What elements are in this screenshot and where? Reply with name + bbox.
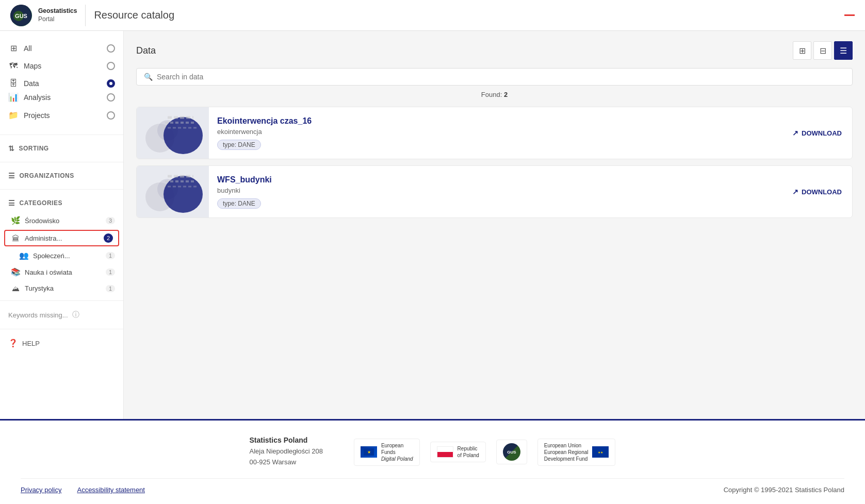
download-button-2[interactable]: ↗ DOWNLOAD [792, 188, 842, 196]
footer: Statistics Poland Aleja Niepodległości 2… [0, 419, 865, 504]
search-bar: 🔍 [136, 68, 853, 86]
view-list-button[interactable]: ☰ [834, 41, 853, 60]
divider-4 [0, 300, 123, 301]
database-icon: 🗄 [8, 79, 19, 88]
view-grid-large-button[interactable]: ⊞ [793, 41, 811, 60]
nav-radio-all[interactable] [107, 44, 115, 53]
nav-radio-data[interactable] [107, 79, 115, 88]
view-toggle: ⊞ ⊟ ☰ [793, 41, 853, 60]
sorting-icon: ⇅ [8, 144, 15, 153]
eu-funds-logo: ★ EuropeanFundsDigital Poland [354, 439, 420, 466]
eu-regional-logo: European UnionEuropean RegionalDevelopme… [537, 439, 616, 466]
info-icon[interactable]: ⓘ [72, 310, 79, 320]
category-spoleczens[interactable]: 👥 Społeczeń... 1 [0, 247, 123, 264]
footer-org: Statistics Poland Aleja Niepodległości 2… [250, 436, 323, 468]
card-thumbnail-2 [137, 166, 209, 217]
divider-2 [0, 162, 123, 162]
sidebar: ⊞ All 🗺 Maps 🗄 Data 📊 Analysis 📁 [0, 31, 124, 419]
republic-logo: Republicof Poland [430, 442, 486, 462]
divider-3 [0, 189, 123, 190]
search-icon: 🔍 [144, 73, 153, 81]
result-card-1: Ekointerwencja czas_16 ekointerwencja ty… [136, 107, 853, 159]
sorting-section[interactable]: ⇅ SORTING [0, 139, 123, 158]
footer-copyright: Copyright © 1995-2021 Statistics Poland [724, 486, 844, 494]
categories-label: CATEGORIES [20, 199, 62, 207]
card-title-2[interactable]: WFS_budynki [217, 175, 774, 184]
sidebar-item-maps[interactable]: 🗺 Maps [0, 57, 123, 75]
card-subtitle-2: budynki [217, 187, 774, 194]
keywords-row: Keywords missing... ⓘ [0, 305, 123, 325]
folder-icon: 📁 [8, 110, 19, 120]
nav-radio-projects[interactable] [107, 111, 115, 120]
divider-1 [0, 135, 123, 135]
categories-icon: ☰ [8, 199, 15, 207]
view-grid-small-button[interactable]: ⊟ [813, 41, 832, 60]
footer-bottom: Privacy policy Accessibility statement C… [21, 478, 844, 494]
card-tag-1: type: DANE [217, 140, 261, 150]
footer-org-name: Statistics Poland [250, 436, 323, 444]
map-icon: 🗺 [8, 61, 19, 71]
categories-section[interactable]: ☰ CATEGORIES [0, 194, 123, 212]
env-icon: 🌿 [10, 216, 21, 225]
help-label: HELP [22, 340, 40, 347]
card-body-2: WFS_budynki budynki type: DANE [209, 168, 782, 216]
people-icon: 👥 [19, 251, 29, 260]
card-actions-2: ↗ DOWNLOAD [782, 180, 852, 203]
download-icon-2: ↗ [792, 188, 798, 196]
card-actions-1: ↗ DOWNLOAD [782, 122, 852, 144]
card-body-1: Ekointerwencja czas_16 ekointerwencja ty… [209, 109, 782, 157]
content-header: Data ⊞ ⊟ ☰ [136, 41, 853, 60]
analysis-icon: 📊 [8, 92, 19, 102]
page-title: Resource catalog [94, 9, 174, 21]
admin-icon: 🏛 [10, 234, 21, 243]
nav-radio-analysis[interactable] [107, 93, 115, 102]
accessibility-link[interactable]: Accessibility statement [77, 486, 145, 494]
category-nauka[interactable]: 📚 Nauka i oświata 1 [0, 264, 123, 280]
gus-logo: GUS [10, 5, 32, 26]
svg-text:★: ★ [367, 450, 370, 455]
help-item[interactable]: ❓ HELP [0, 333, 123, 353]
divider-5 [0, 329, 123, 329]
footer-logos: ★ EuropeanFundsDigital Poland Republicof… [354, 439, 616, 466]
gus-logo-footer: GUS [496, 440, 527, 464]
svg-text:GUS: GUS [15, 13, 27, 19]
svg-text:★★: ★★ [598, 451, 603, 454]
result-card-2: WFS_budynki budynki type: DANE ↗ DOWNLOA… [136, 165, 853, 218]
content-title: Data [136, 45, 793, 56]
footer-links: Privacy policy Accessibility statement [21, 486, 145, 494]
organizations-label: ORGANIZATIONS [20, 172, 74, 179]
sorting-label: SORTING [19, 145, 49, 152]
category-turystyka[interactable]: ⛰ Turystyka 1 [0, 280, 123, 296]
footer-address: Aleja Niepodległości 208 00-925 Warsaw [250, 446, 323, 468]
sidebar-item-analysis[interactable]: 📊 Analysis [0, 88, 123, 106]
download-icon-1: ↗ [792, 129, 798, 137]
education-icon: 📚 [10, 267, 21, 277]
found-count: Found: 2 [136, 91, 853, 98]
footer-top: Statistics Poland Aleja Niepodległości 2… [21, 436, 844, 468]
question-icon: ❓ [8, 339, 18, 348]
org-icon: ☰ [8, 172, 15, 180]
tourism-icon: ⛰ [10, 284, 21, 293]
grid-icon: ⊞ [8, 43, 19, 53]
category-administra[interactable]: 🏛 Administra... 2 [4, 230, 119, 246]
sidebar-item-data-parent[interactable]: 🗄 Data [0, 75, 123, 88]
close-icon[interactable] [844, 14, 855, 16]
header: GUS Geostatistics Portal Resource catalo… [0, 0, 865, 31]
sidebar-nav: ⊞ All 🗺 Maps 🗄 Data 📊 Analysis 📁 [0, 39, 123, 130]
download-button-1[interactable]: ↗ DOWNLOAD [792, 129, 842, 137]
card-thumbnail-1 [137, 107, 209, 159]
logo-area: GUS Geostatistics Portal [10, 5, 86, 26]
sidebar-item-projects[interactable]: 📁 Projects [0, 106, 123, 124]
keywords-label: Keywords missing... [8, 311, 68, 319]
card-title-1[interactable]: Ekointerwencja czas_16 [217, 116, 774, 126]
sidebar-item-all[interactable]: ⊞ All [0, 39, 123, 57]
search-input[interactable] [157, 73, 845, 81]
organizations-section[interactable]: ☰ ORGANIZATIONS [0, 166, 123, 185]
category-srodowisko[interactable]: 🌿 Środowisko 3 [0, 212, 123, 229]
privacy-link[interactable]: Privacy policy [21, 486, 61, 494]
main-content: Data ⊞ ⊟ ☰ 🔍 Found: 2 [124, 31, 865, 419]
logo-text: Geostatistics Portal [38, 7, 77, 23]
nav-radio-maps[interactable] [107, 62, 115, 70]
card-tag-2: type: DANE [217, 198, 261, 209]
card-subtitle-1: ekointerwencja [217, 128, 774, 136]
